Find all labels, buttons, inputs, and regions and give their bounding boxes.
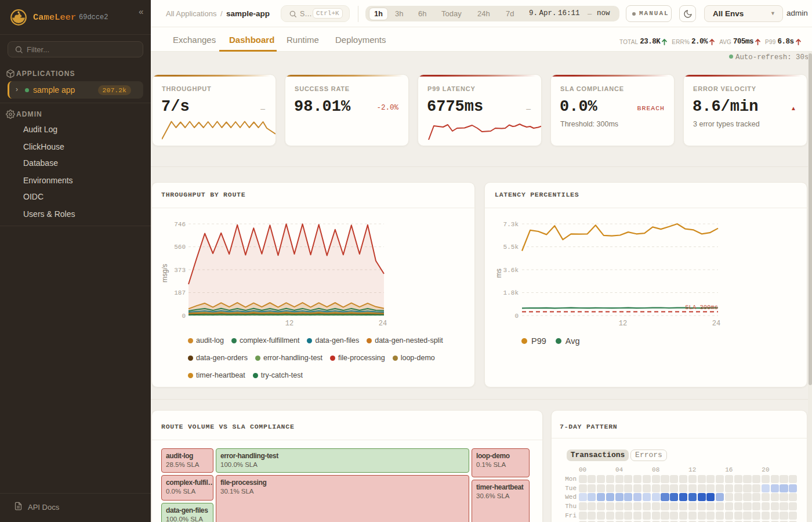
svg-text:12: 12 (619, 320, 627, 328)
svg-text:3.6k: 3.6k (503, 267, 519, 274)
svg-text:7.3k: 7.3k (503, 221, 519, 228)
svg-text:SLA 300ms: SLA 300ms (685, 304, 718, 311)
svg-text:12: 12 (285, 320, 293, 328)
svg-text:5.5k: 5.5k (503, 244, 519, 251)
svg-text:373: 373 (174, 267, 186, 274)
svg-text:ms: ms (495, 269, 503, 278)
svg-text:0: 0 (182, 313, 186, 320)
svg-text:746: 746 (174, 221, 186, 228)
svg-text:msg/s: msg/s (161, 264, 169, 282)
svg-text:187: 187 (174, 289, 186, 296)
svg-text:24: 24 (712, 320, 720, 328)
svg-text:560: 560 (174, 244, 186, 251)
svg-text:1.8k: 1.8k (503, 289, 519, 296)
svg-text:0: 0 (514, 313, 519, 320)
svg-text:24: 24 (379, 320, 387, 328)
